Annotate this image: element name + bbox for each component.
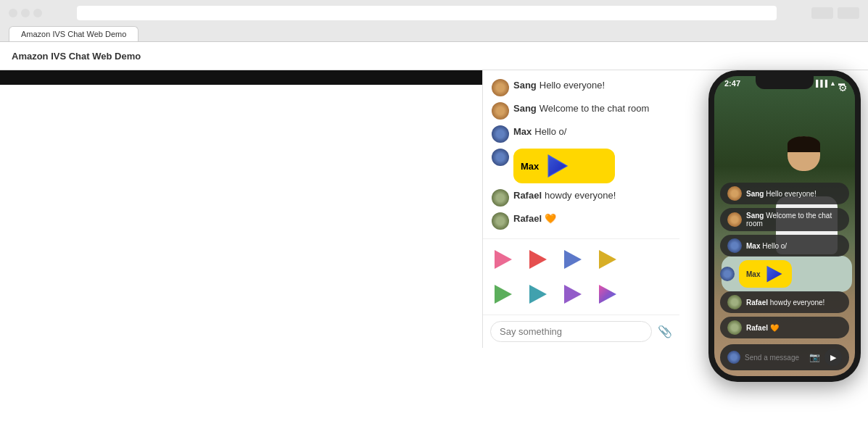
sticker-svg: [492, 283, 515, 306]
svg-marker-1: [549, 156, 567, 177]
chat-messages: SangHello everyone! SangWelcome to the c…: [483, 70, 679, 238]
avatar: [727, 295, 742, 309]
chat-message: SangHello everyone!: [492, 79, 671, 96]
sticker-svg: [526, 283, 550, 306]
chat-message-sticker: Max: [492, 149, 671, 183]
play-sticker-icon: [545, 153, 571, 179]
chat-message: Rafael🧡: [492, 212, 671, 230]
phone-message-text: Sang Hello everyone!: [746, 190, 817, 198]
chat-message: SangWelcome to the chat room: [492, 102, 671, 120]
browser-buttons: [811, 7, 859, 19]
avatar: [727, 320, 742, 335]
phone-notch: [756, 76, 814, 89]
svg-marker-9: [599, 285, 616, 304]
phone-message-text: Rafael 🧡: [746, 324, 779, 332]
username: Sang: [513, 80, 537, 91]
sticker-svg: [492, 248, 515, 271]
phone-send-button[interactable]: ▶: [824, 349, 842, 366]
phone-play-sticker: [764, 264, 785, 284]
sticker-item[interactable]: [593, 245, 622, 274]
sticker-svg: [596, 283, 619, 306]
browser-btn-1[interactable]: [811, 7, 833, 19]
message-text: MaxHello o/: [513, 125, 566, 138]
phone-message: Rafael 🧡: [720, 317, 849, 338]
phone-message: Rafael howdy everyone!: [720, 291, 849, 313]
svg-marker-3: [529, 250, 547, 269]
phone-sticker-message: Max: [739, 260, 792, 288]
phone-time: 2:47: [724, 79, 740, 88]
url-bar[interactable]: [77, 6, 777, 20]
svg-marker-8: [564, 285, 582, 304]
page-header: Amazon IVS Chat Web Demo: [0, 42, 868, 70]
phone-message: Max Hello o/: [720, 235, 849, 257]
chat-input[interactable]: [490, 321, 652, 342]
sticker-message: Max: [513, 149, 615, 183]
sticker-svg: [596, 248, 619, 271]
traffic-light-close[interactable]: [9, 9, 17, 17]
app-container: Amazon IVS Chat Web Demo Amazon IVS Chat…: [0, 0, 868, 429]
svg-marker-10: [767, 266, 782, 283]
sticker-item[interactable]: [593, 280, 622, 309]
phone-avatar-input: [727, 351, 740, 364]
phone-message-text: Sang Welcome to the chat room: [746, 212, 842, 228]
phone-input-bar: Send a message 📷 ▶: [720, 344, 849, 370]
phone-screen: 2:47 ▐▐▐ ▲ ▬ ⚙: [714, 76, 855, 376]
chat-input-area: 📎: [483, 315, 679, 348]
avatar: [492, 125, 509, 143]
signal-icon: ▐▐▐: [814, 80, 827, 87]
phone-input-placeholder[interactable]: Send a message: [745, 354, 805, 362]
sticker-item[interactable]: [524, 280, 553, 309]
phone-sticker-row: Max: [720, 260, 849, 288]
attach-icon[interactable]: 📎: [658, 325, 672, 338]
browser-controls: [9, 6, 859, 20]
avatar: [492, 149, 509, 166]
chat-message: Rafaelhowdy everyone!: [492, 189, 671, 207]
message-text: Rafaelhowdy everyone!: [513, 189, 616, 202]
browser-btn-2[interactable]: [838, 7, 859, 19]
username: Max: [513, 126, 532, 137]
phone-message-text: Max Hello o/: [746, 242, 787, 250]
sticker-item[interactable]: [489, 245, 518, 274]
avatar: [492, 102, 509, 120]
phone-camera-icon[interactable]: 📷: [809, 352, 820, 362]
avatar: [727, 186, 742, 201]
message-text: Rafael🧡: [513, 212, 556, 225]
sticker-svg: [561, 283, 584, 306]
phone-message: Sang Welcome to the chat room: [720, 208, 849, 231]
video-black-bar-bottom: [0, 70, 482, 85]
sticker-item[interactable]: [489, 280, 518, 309]
chat-message: MaxHello o/: [492, 125, 671, 143]
phone: 2:47 ▐▐▐ ▲ ▬ ⚙: [708, 70, 861, 382]
svg-marker-6: [495, 285, 512, 304]
sticker-item[interactable]: [524, 245, 553, 274]
avatar: [492, 79, 509, 96]
phone-container: 2:47 ▐▐▐ ▲ ▬ ⚙: [701, 70, 868, 382]
traffic-light-minimize[interactable]: [21, 9, 30, 17]
username: Rafael: [513, 213, 542, 224]
svg-marker-5: [599, 250, 616, 269]
wifi-icon: ▲: [830, 80, 836, 87]
phone-gear-icon[interactable]: ⚙: [838, 82, 848, 93]
chat-panel: SangHello everyone! SangWelcome to the c…: [482, 70, 679, 348]
traffic-light-maximize[interactable]: [33, 9, 42, 17]
phone-person-hair: [788, 136, 820, 152]
traffic-lights: [9, 9, 42, 17]
avatar: [727, 238, 742, 253]
svg-marker-4: [564, 250, 582, 269]
phone-message-text: Rafael howdy everyone!: [746, 299, 824, 307]
message-text: SangWelcome to the chat room: [513, 102, 649, 115]
sticker-username: Max: [521, 161, 539, 172]
message-text: SangHello everyone!: [513, 79, 605, 92]
main-row: SangHello everyone! SangWelcome to the c…: [0, 70, 868, 429]
sticker-svg: [526, 248, 550, 271]
browser-tab[interactable]: Amazon IVS Chat Web Demo: [9, 26, 139, 41]
phone-chat-overlay: Sang Hello everyone! Sang Welcome to the…: [714, 177, 855, 376]
sticker-item[interactable]: [558, 280, 587, 309]
avatar: [720, 267, 735, 281]
avatar: [492, 189, 509, 207]
sticker-picker: [483, 238, 679, 315]
sticker-item[interactable]: [558, 245, 587, 274]
phone-message: Sang Hello everyone!: [720, 183, 849, 204]
avatar: [727, 212, 742, 227]
page-title: Amazon IVS Chat Web Demo: [12, 51, 141, 62]
